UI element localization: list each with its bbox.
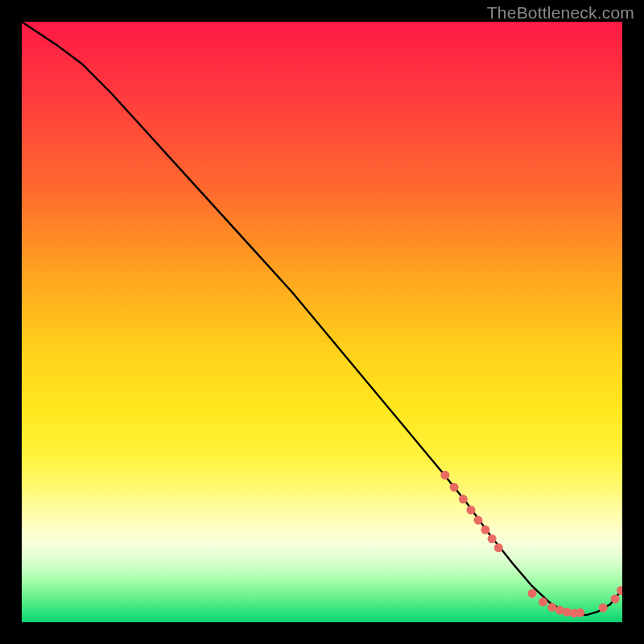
data-point xyxy=(473,516,482,525)
data-point xyxy=(440,471,449,480)
data-point xyxy=(467,506,476,514)
data-point xyxy=(547,603,556,612)
data-point xyxy=(539,597,547,606)
data-point xyxy=(481,526,489,535)
data-point xyxy=(611,594,620,603)
data-point xyxy=(576,609,584,617)
data-point xyxy=(459,495,468,504)
marker-dots xyxy=(22,22,622,622)
watermark-text: TheBottleneck.com xyxy=(487,3,634,23)
data-point xyxy=(450,483,459,492)
data-point xyxy=(488,535,497,543)
data-point xyxy=(494,543,503,552)
data-point xyxy=(528,589,537,598)
data-point xyxy=(599,604,608,613)
plot-area xyxy=(22,22,622,622)
data-point xyxy=(617,586,622,595)
chart-stage: TheBottleneck.com xyxy=(0,0,644,644)
